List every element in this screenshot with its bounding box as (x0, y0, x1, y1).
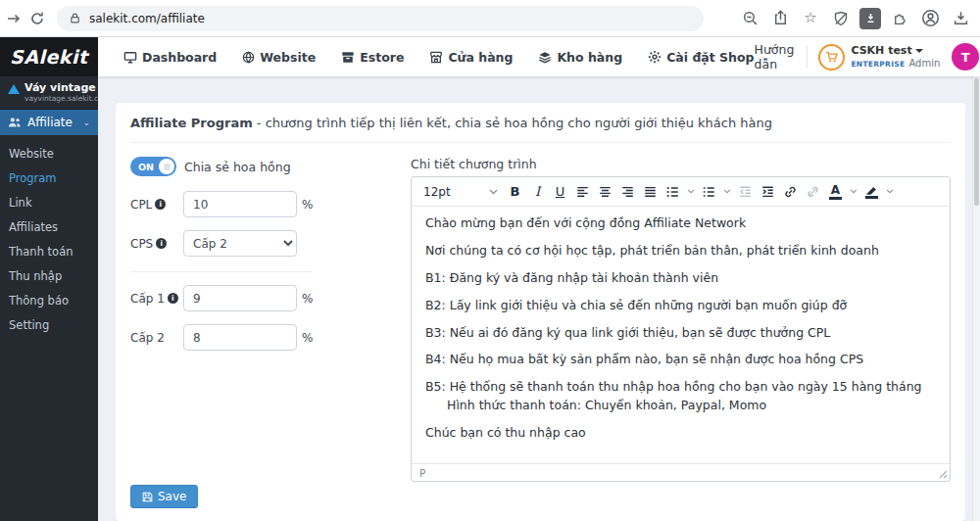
content-area: Affiliate Program - chương trình tiếp th… (98, 76, 980, 521)
nav-cai-dat-shop[interactable]: Cài đặt Shop (648, 50, 754, 65)
shop-switcher[interactable]: Váy vintage ⌄ vayvintage.salekit.com (0, 76, 98, 110)
toggle-state-label: ON (138, 162, 154, 172)
cap1-input[interactable] (183, 285, 297, 311)
profile-icon[interactable] (918, 7, 942, 30)
form-divider (130, 271, 313, 272)
align-center-button[interactable] (594, 180, 616, 204)
share-commission-toggle[interactable]: ON (130, 157, 176, 176)
nav-estore[interactable]: Estore (341, 50, 404, 65)
help-link[interactable]: Hướng dẫn (755, 42, 795, 71)
italic-button[interactable]: I (526, 180, 549, 204)
cpl-input[interactable] (183, 191, 297, 217)
nav-cua-hang[interactable]: Cửa hàng (429, 50, 513, 65)
save-button[interactable]: Save (130, 485, 198, 508)
link-button[interactable] (779, 180, 802, 204)
editor-paragraph: B1: Đăng ký và đăng nhập tài khoản thành… (425, 270, 936, 287)
share-icon[interactable] (768, 7, 792, 30)
unlink-button[interactable] (802, 180, 824, 204)
extensions-icon[interactable] (888, 7, 911, 30)
editor-label: Chi tiết chương trình (411, 157, 951, 171)
shop-logo-icon (8, 84, 20, 94)
sidebar-item-thong-bao[interactable]: Thông báo (0, 288, 98, 312)
highlight-color-caret-icon[interactable] (883, 180, 897, 204)
indent-button[interactable] (757, 180, 779, 204)
info-icon[interactable] (156, 238, 167, 249)
bullet-list-caret-icon[interactable] (684, 180, 698, 204)
zoom-out-icon[interactable] (738, 7, 761, 30)
align-right-button[interactable] (616, 180, 639, 204)
toggle-knob (159, 159, 174, 174)
info-icon[interactable] (168, 293, 178, 304)
bookmark-star-icon[interactable]: ☆ (799, 7, 822, 30)
page-subtitle: - chương trình tiếp thị liên kết, chia s… (253, 116, 772, 130)
sidebar-item-program[interactable]: Program (0, 166, 98, 190)
info-icon[interactable] (155, 199, 166, 210)
avatar[interactable]: T (952, 43, 979, 71)
font-size-select[interactable]: 12pt (417, 180, 504, 204)
affiliate-program-card: Affiliate Program - chương trình tiếp th… (116, 103, 965, 521)
editor-paragraph: B2: Lấy link giới thiệu và chia sẻ đến n… (425, 298, 936, 314)
save-button-label: Save (158, 490, 186, 503)
sidebar-section-label: Affiliate (27, 116, 73, 129)
downloads-tray-icon[interactable] (949, 7, 972, 30)
align-left-button[interactable] (571, 180, 594, 204)
nav-website[interactable]: Website (242, 50, 316, 65)
bold-button[interactable]: B (504, 180, 526, 204)
shield-block-icon[interactable] (829, 7, 853, 30)
sidebar-item-affiliates[interactable]: Affiliates (0, 214, 98, 239)
app-header: Dashboard Website Estore Cửa hàng Kho hà… (98, 37, 980, 76)
account-role: Admin (908, 58, 940, 71)
shop-name: Váy vintage (24, 81, 96, 94)
sidebar-item-setting[interactable]: Setting (0, 312, 98, 337)
text-color-caret-icon[interactable] (847, 180, 860, 204)
download-active-icon[interactable] (859, 8, 881, 29)
underline-button[interactable]: U (549, 180, 571, 204)
sidebar-section-affiliate[interactable]: Affiliate ⌄ (0, 110, 98, 135)
plan-badge: ENTERPRISE (851, 60, 905, 69)
lock-icon (69, 12, 81, 24)
forward-icon[interactable] (2, 7, 25, 30)
account-menu[interactable]: CSKH test ENTERPRISE Admin (818, 44, 940, 71)
commission-form: ON Chia sẻ hoa hồng CPL % CPS Cấp 2 (130, 157, 317, 482)
sidebar-item-thu-nhap[interactable]: Thu nhập (0, 263, 98, 288)
resize-grip[interactable] (939, 470, 948, 479)
nav-kho-hang[interactable]: Kho hàng (538, 50, 622, 65)
layers-icon (538, 51, 552, 64)
box-icon (341, 51, 355, 64)
percent-suffix: % (302, 331, 313, 345)
cap2-input[interactable] (183, 324, 297, 351)
app-logo[interactable]: SAlekit (0, 37, 98, 76)
address-bar[interactable]: salekit.com/affiliate (57, 6, 704, 31)
sidebar-item-thanh-toan[interactable]: Thanh toán (0, 239, 98, 263)
cps-level-select[interactable]: Cấp 2 (183, 230, 297, 257)
justify-button[interactable] (639, 180, 662, 204)
sidebar-item-link[interactable]: Link (0, 190, 98, 214)
highlight-color-button[interactable] (860, 180, 883, 204)
url-text[interactable]: salekit.com/affiliate (89, 12, 205, 25)
percent-suffix: % (302, 292, 313, 306)
outdent-button[interactable] (734, 180, 757, 204)
page-scrollbar[interactable] (972, 76, 980, 521)
editor-paragraph: B3: Nếu ai đó đăng ký qua link giới thiệ… (425, 325, 936, 342)
monitor-icon (123, 51, 137, 64)
numbered-list-caret-icon[interactable] (720, 180, 734, 204)
sidebar-item-website[interactable]: Website (0, 141, 98, 166)
chevron-down-icon: ⌄ (82, 118, 90, 127)
editor-content[interactable]: Chào mừng bạn đến với cộng đồng Affiliat… (412, 207, 950, 463)
editor-paragraph: B5: Hệ thống sẽ thanh toán thu nhập hoa … (425, 379, 936, 396)
cap2-label: Cấp 2 (130, 331, 165, 345)
numbered-list-button[interactable] (698, 180, 720, 204)
editor-paragraph: Chào mừng bạn đến với cộng đồng Affiliat… (425, 215, 936, 232)
text-color-button[interactable]: A (824, 180, 847, 204)
bullet-list-button[interactable] (662, 180, 684, 204)
sidebar: SAlekit Váy vintage ⌄ vayvintage.salekit… (0, 37, 98, 521)
app-logo-text: SAlekit (10, 46, 88, 68)
reload-icon[interactable] (25, 7, 49, 30)
scrollbar-thumb[interactable] (974, 78, 979, 206)
shop-domain: vayvintage.salekit.com (24, 94, 110, 103)
cap1-label: Cấp 1 (130, 292, 165, 306)
editor-paragraph: Nơi chúng ta có cơ hội học tập, phát tri… (425, 243, 936, 260)
nav-dashboard[interactable]: Dashboard (123, 50, 217, 65)
gear-icon (648, 50, 662, 64)
page-title-strong: Affiliate Program (130, 116, 253, 130)
